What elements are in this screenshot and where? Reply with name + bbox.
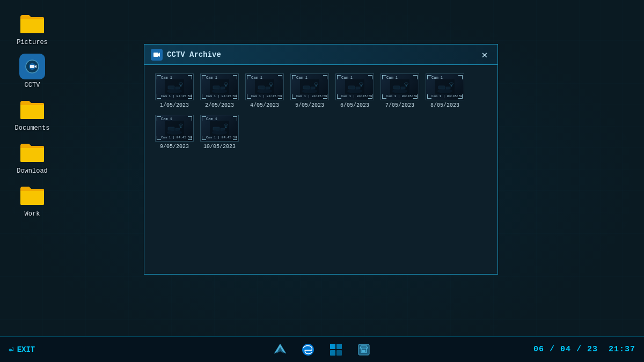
cctv-thumb-8: Cam 1 Cam <box>200 115 239 142</box>
cam-label-5: Cam 1 <box>386 76 398 80</box>
timestamp-3: Cam 1 | 04:45:58 <box>296 94 327 98</box>
svg-point-30 <box>361 85 362 87</box>
svg-point-17 <box>257 89 272 93</box>
cam-label-7: Cam 1 <box>161 117 172 121</box>
cam-label-2: Cam 1 <box>251 76 262 80</box>
svg-marker-5 <box>158 53 160 57</box>
cam-label-6: Cam 1 <box>431 76 443 80</box>
cctv-item-8[interactable]: Cam 1 Cam <box>200 115 239 150</box>
timestamp-0: Cam 1 | 04:45:58 <box>161 94 192 98</box>
taskbar-date: 06 / 04 / 23 <box>533 345 598 354</box>
taskbar-center-icons <box>272 341 372 358</box>
cctv-thumb-3: Cam 1 Cam <box>290 73 329 100</box>
cctv-date-2: 4/05/2023 <box>250 102 279 108</box>
desktop-icon-documents[interactable]: Documents <box>11 97 54 132</box>
svg-rect-14 <box>221 87 225 89</box>
cctv-item-6[interactable]: Cam 1 Cam <box>426 73 464 108</box>
svg-rect-44 <box>175 128 180 130</box>
timestamp-5: Cam 1 | 04:45:58 <box>386 94 418 98</box>
cctv-thumb-2: Cam 1 Cam <box>245 73 284 100</box>
svg-rect-9 <box>175 87 180 89</box>
timestamp-1: Cam 1 | 04:45:58 <box>206 94 237 98</box>
cctv-item-5[interactable]: Cam 1 Cam <box>380 73 419 108</box>
cctv-date-8: 10/05/2023 <box>203 144 236 150</box>
desktop-icon-work[interactable]: Work <box>11 182 54 218</box>
svg-rect-55 <box>336 344 342 349</box>
svg-point-35 <box>406 85 407 87</box>
svg-rect-24 <box>311 87 315 89</box>
cctv-item-1[interactable]: Cam 1 Cam <box>200 73 239 108</box>
folder-icon-pictures <box>19 11 45 36</box>
svg-rect-19 <box>266 87 270 89</box>
svg-rect-54 <box>330 344 335 349</box>
cctv-date-3: 5/05/2023 <box>295 102 324 108</box>
cctv-thumb-4: Cam 1 Cam <box>335 73 374 100</box>
svg-point-50 <box>225 127 227 128</box>
cctv-thumb-0: Cam 1 Cam <box>155 73 194 100</box>
cctv-date-4: 6/05/2023 <box>340 102 369 108</box>
svg-rect-49 <box>221 128 225 130</box>
svg-point-12 <box>212 89 227 93</box>
svg-rect-43 <box>168 127 174 130</box>
svg-rect-4 <box>153 53 158 57</box>
svg-rect-18 <box>258 86 265 89</box>
dialog-title: CCTV Archive <box>167 50 221 59</box>
svg-rect-38 <box>438 86 445 89</box>
svg-point-40 <box>451 85 452 87</box>
timestamp-6: Cam 1 | 04:45:58 <box>431 94 463 98</box>
exit-button[interactable]: ⏎ EXIT <box>9 344 35 355</box>
svg-rect-28 <box>348 86 355 89</box>
cctv-item-2[interactable]: Cam 1 Cam <box>245 73 284 108</box>
dialog-cam-icon <box>151 49 163 61</box>
svg-point-15 <box>225 85 227 87</box>
cam-label-4: Cam 1 <box>341 76 353 80</box>
svg-rect-34 <box>401 87 405 89</box>
desktop-icon-documents-label: Documents <box>15 124 50 132</box>
cctv-date-6: 8/05/2023 <box>430 102 459 108</box>
cctv-thumb-6: Cam 1 Cam <box>426 73 464 100</box>
desktop-icon-cctv-label: CCTV <box>25 82 40 89</box>
desktop-icon-download[interactable]: Download <box>11 139 54 175</box>
cam-label-1: Cam 1 <box>206 76 217 80</box>
exit-icon: ⏎ <box>9 344 14 355</box>
desktop-icons: Pictures CCTV Documents <box>11 11 54 218</box>
taskbar-browser-icon[interactable] <box>299 341 317 358</box>
folder-icon-work <box>19 182 45 208</box>
svg-point-7 <box>167 89 182 93</box>
svg-rect-13 <box>213 86 219 89</box>
desktop-icon-cctv[interactable]: CCTV <box>11 54 54 89</box>
svg-rect-2 <box>30 65 34 68</box>
svg-rect-23 <box>303 86 310 89</box>
taskbar: ⏎ EXIT <box>0 336 644 362</box>
taskbar-store-icon[interactable] <box>355 341 372 358</box>
cctv-app-icon <box>19 54 45 79</box>
dialog-body: Cam 1 Cam <box>144 65 497 158</box>
timestamp-2: Cam 1 | 04:45:58 <box>251 94 282 98</box>
taskbar-windows-icon[interactable] <box>327 341 345 358</box>
cctv-item-7[interactable]: Cam 1 Cam <box>155 115 194 150</box>
svg-point-32 <box>392 89 407 93</box>
svg-rect-59 <box>362 350 365 352</box>
svg-rect-8 <box>168 86 174 89</box>
cctv-date-0: 1/05/2023 <box>160 102 189 108</box>
svg-rect-56 <box>330 350 335 356</box>
cctv-date-1: 2/05/2023 <box>205 102 234 108</box>
taskbar-time: 21:37 <box>609 345 635 354</box>
svg-rect-33 <box>393 86 400 89</box>
cctv-item-0[interactable]: Cam 1 Cam <box>155 73 194 108</box>
exit-label: EXIT <box>17 345 35 354</box>
desktop-icon-work-label: Work <box>25 210 40 218</box>
svg-rect-39 <box>446 87 450 89</box>
desktop-icon-pictures[interactable]: Pictures <box>11 11 54 46</box>
svg-point-42 <box>167 130 182 135</box>
cctv-item-4[interactable]: Cam 1 Cam <box>335 73 374 108</box>
taskbar-arrow-icon[interactable] <box>272 341 289 358</box>
cctv-date-7: 9/05/2023 <box>160 144 189 150</box>
desktop-icon-pictures-label: Pictures <box>17 39 48 46</box>
cctv-thumb-7: Cam 1 Cam <box>155 115 194 142</box>
cam-label-8: Cam 1 <box>206 117 217 121</box>
svg-rect-57 <box>336 350 342 356</box>
cctv-archive-dialog: CCTV Archive ✕ Cam 1 <box>144 44 498 275</box>
dialog-close-button[interactable]: ✕ <box>478 48 491 61</box>
cctv-item-3[interactable]: Cam 1 Cam <box>290 73 329 108</box>
